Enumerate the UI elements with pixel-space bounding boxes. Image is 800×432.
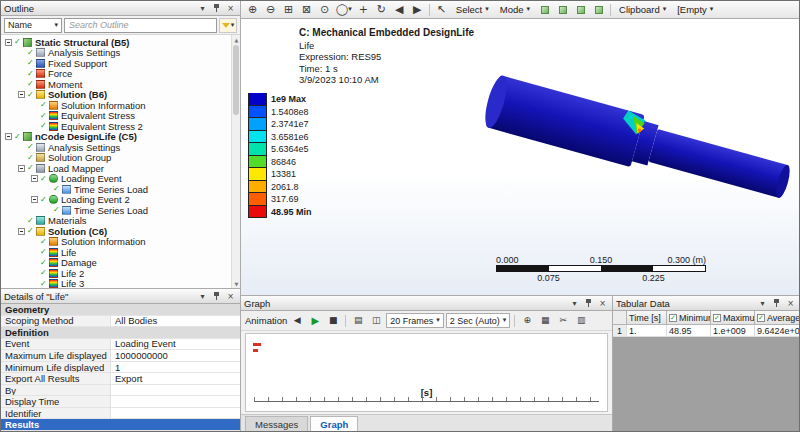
time-column-header[interactable]: Time [s] — [627, 311, 667, 325]
step-back-button[interactable]: ◀ — [289, 313, 305, 329]
tree-item[interactable]: ✓ Loading Event 2 — [1, 195, 240, 206]
filter-dropdown-button[interactable]: ▾ — [219, 18, 237, 33]
face-select-button[interactable] — [572, 2, 589, 18]
details-row[interactable]: Display Time — [1, 396, 240, 408]
details-row[interactable]: Minimum Life displayed 1 — [1, 362, 240, 374]
tree-item[interactable]: ✓ Fixed Support — [1, 58, 240, 69]
scrollbar-thumb[interactable] — [233, 45, 239, 115]
tree-item[interactable]: ✓ Solution (B6) — [1, 90, 240, 101]
look-at-face-button[interactable]: ⊙ — [316, 2, 333, 18]
tree-item[interactable]: ✓ Time Series Load — [1, 184, 240, 195]
time-cell[interactable]: 1. — [627, 325, 667, 337]
geometry-viewport[interactable]: C: Mechanical Embedded DesignLife Life E… — [241, 19, 800, 296]
tree-item[interactable]: ✓ Solution (C6) — [1, 226, 240, 237]
tree-item[interactable]: ✓ Static Structural (B5) — [1, 37, 240, 48]
shaft-geometry[interactable] — [481, 74, 795, 209]
details-row[interactable]: Identifier — [1, 408, 240, 420]
tree-item[interactable]: ✓ Time Series Load — [1, 205, 240, 216]
selection-shape-dropdown[interactable]: ◯ ▾ — [334, 2, 354, 18]
play-button[interactable]: ▶ — [307, 313, 323, 329]
scroll-up-icon[interactable]: ▲ — [232, 35, 240, 44]
zoom-graph-button[interactable]: ⊕ — [519, 313, 535, 329]
export-video-button[interactable]: ▤ — [350, 313, 366, 329]
timeline-plot[interactable]: [s] — [245, 333, 608, 412]
previous-view-button[interactable]: ◀ — [391, 2, 408, 18]
tree-item[interactable]: ✓ Damage — [1, 258, 240, 269]
details-row-value[interactable]: 1000000000 — [111, 350, 240, 361]
tree-item[interactable]: ✓ Equivalent Stress 2 — [1, 121, 240, 132]
cut-button[interactable]: ✂ — [555, 313, 571, 329]
stop-button[interactable]: ■ — [325, 313, 341, 329]
details-row-value[interactable] — [111, 396, 240, 407]
tree-item[interactable]: ✓ Analysis Settings — [1, 142, 240, 153]
edge-select-button[interactable] — [554, 2, 571, 18]
checkbox-checked-icon[interactable]: ✓ — [757, 314, 765, 322]
tree-item[interactable]: ✓ Solution Group — [1, 153, 240, 164]
tree-item[interactable]: ✓ Force — [1, 69, 240, 80]
chart-button[interactable]: ▥ — [573, 313, 589, 329]
details-row-value[interactable] — [111, 408, 240, 419]
details-row[interactable]: By — [1, 385, 240, 397]
clipboard-dropdown[interactable]: Clipboard ▾ — [614, 2, 671, 18]
pin-icon[interactable] — [582, 298, 595, 309]
select-dropdown[interactable]: Select ▾ — [451, 2, 494, 18]
details-row-value[interactable]: Export — [111, 373, 240, 384]
box-zoom-button[interactable]: ⊞ — [280, 2, 297, 18]
tree-item[interactable]: ✓ Moment — [1, 79, 240, 90]
details-row-value[interactable]: All Bodies — [111, 316, 240, 327]
maximum-column-header[interactable]: ✓ Maximum — [711, 311, 755, 325]
details-row-value[interactable]: Loading Event — [111, 339, 240, 350]
select-cursor-button[interactable]: ↖ — [433, 2, 450, 18]
tree-expander-icon[interactable] — [31, 175, 38, 182]
scroll-down-icon[interactable]: ▼ — [232, 279, 240, 288]
checkbox-checked-icon[interactable]: ✓ — [669, 314, 677, 322]
minimum-column-header[interactable]: ✓ Minimum — [667, 311, 711, 325]
average-column-header[interactable]: ✓ Average — [755, 311, 800, 325]
grid-button[interactable]: ▦ — [537, 313, 553, 329]
tab-messages[interactable]: Messages — [245, 416, 308, 431]
checkbox-checked-icon[interactable]: ✓ — [713, 314, 721, 322]
table-row[interactable]: 1 1. 48.95 1.e+009 9.6424e+008 — [613, 325, 800, 337]
tree-expander-icon[interactable] — [18, 165, 25, 172]
outline-scrollbar[interactable]: ▲ ▼ — [231, 35, 240, 288]
pin-icon[interactable] — [210, 3, 223, 14]
duration-dropdown[interactable]: 2 Sec (Auto) ▾ — [446, 313, 511, 328]
details-row-value[interactable]: 1 — [111, 362, 240, 373]
tree-item[interactable]: ✓ Life 3 — [1, 279, 240, 289]
tree-item[interactable]: ✓ Materials — [1, 216, 240, 227]
details-row[interactable]: Definition — [1, 327, 240, 339]
frames-dropdown[interactable]: 20 Frames ▾ — [386, 313, 444, 328]
tree-item[interactable]: ✓ Solution Information — [1, 100, 240, 111]
chevron-down-icon[interactable]: ▾ — [568, 298, 581, 309]
zoom-to-fit-button[interactable]: ⊠ — [298, 2, 315, 18]
tree-expander-icon[interactable] — [18, 228, 25, 235]
tree-item[interactable]: ✓ Life 2 — [1, 268, 240, 279]
mode-dropdown[interactable]: Mode ▾ — [495, 2, 535, 18]
tree-expander-icon[interactable] — [31, 196, 38, 203]
details-row[interactable]: Geometry — [1, 304, 240, 316]
tree-expander-icon[interactable] — [5, 133, 12, 140]
zoom-out-button[interactable]: ⊖ — [262, 2, 279, 18]
close-icon[interactable]: × — [784, 298, 797, 309]
tree-item[interactable]: ✓ Analysis Settings — [1, 48, 240, 59]
search-input[interactable] — [67, 19, 214, 31]
tab-graph[interactable]: Graph — [310, 416, 358, 431]
tree-item[interactable]: ✓ Equivalent Stress — [1, 111, 240, 122]
close-icon[interactable]: × — [224, 3, 237, 14]
tree-item[interactable]: ✓ Life — [1, 247, 240, 258]
tree-expander-icon[interactable] — [5, 39, 12, 46]
vertex-select-button[interactable] — [536, 2, 553, 18]
body-select-button[interactable] — [590, 2, 607, 18]
chevron-down-icon[interactable]: ▾ — [756, 298, 769, 309]
rotate-button[interactable]: ↻ — [373, 2, 390, 18]
zoom-in-button[interactable]: ⊕ — [244, 2, 261, 18]
pan-button[interactable]: + — [355, 2, 372, 18]
tree-item[interactable]: ✓ Load Mapper — [1, 163, 240, 174]
tree-item[interactable]: ✓ Solution Information — [1, 237, 240, 248]
details-row-value[interactable] — [111, 385, 240, 396]
details-row[interactable]: Export All Results Export — [1, 373, 240, 385]
details-row[interactable]: Maximum Life displayed 1000000000 — [1, 350, 240, 362]
empty-dropdown[interactable]: [Empty ▾ — [672, 2, 718, 18]
chevron-down-icon[interactable]: ▾ — [196, 291, 209, 302]
name-filter-dropdown[interactable]: Name ▾ — [4, 18, 62, 33]
